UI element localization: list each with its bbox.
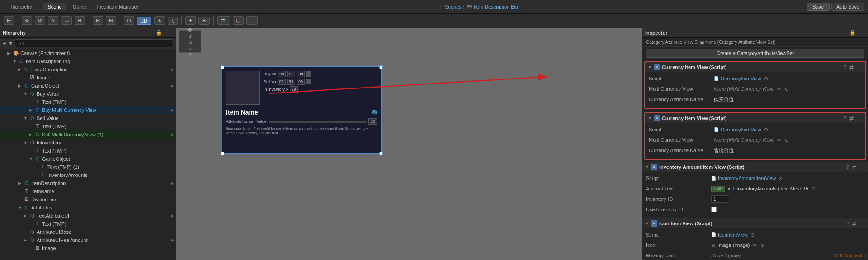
use-inventory-checkbox[interactable]	[711, 207, 717, 212]
component-more-btn-2[interactable]: ⋮	[856, 116, 863, 121]
move-btn[interactable]: ✥	[22, 16, 32, 25]
tree-item-divider-line[interactable]: 🖼 DividerLine	[0, 195, 176, 204]
tree-item-item-description[interactable]: ▶ ⬡ ItemDescription ▶	[0, 179, 176, 187]
component-settings-btn-2[interactable]: ⇄	[849, 116, 854, 121]
tree-item-gameobj-2[interactable]: ▼ ⬡ GameObject	[0, 155, 176, 163]
search-input[interactable]	[15, 39, 173, 47]
multi-settings-btn-2[interactable]: ⊙	[784, 137, 790, 143]
component-header-4[interactable]: ▼ ≡ Icon Item View (Script) ? ⇄ ⋮	[642, 218, 868, 228]
camera-btn[interactable]: 📷	[217, 16, 230, 25]
main-layout: Hierarchy 🔒 ⋮ + ▼ ▶ 🎨 Canvas (Environmen…	[0, 28, 868, 260]
component-header-3[interactable]: ▼ ≡ Inventory Amount Item View (Script) …	[642, 162, 868, 172]
script-link-3[interactable]: InventoryAmountItemView	[718, 176, 776, 181]
hierarchy-lock-btn[interactable]: 🔒	[155, 30, 164, 36]
item-link[interactable]: Item Description Big	[474, 4, 518, 9]
top-menu-icon[interactable]: ⋮	[431, 4, 436, 9]
2d-btn[interactable]: 2D	[137, 17, 151, 25]
inventory-id-input[interactable]	[711, 195, 729, 203]
tree-item-canvas[interactable]: ▶ 🎨 Canvas (Environment)	[0, 49, 176, 57]
inspector-lock-btn[interactable]: 🔒	[849, 30, 857, 36]
add-icon[interactable]: +	[3, 40, 6, 47]
tree-item-sell-value[interactable]: ▼ ⬡ Sell Value	[0, 114, 176, 122]
component-settings-btn-4[interactable]: ⇄	[851, 221, 857, 227]
tree-item-buy-value[interactable]: ▼ ⬡ Buy Value	[0, 90, 176, 98]
hidden-btn[interactable]: 👁	[198, 17, 210, 25]
component-more-btn-1[interactable]: ⋮	[856, 65, 863, 70]
component-more-btn-4[interactable]: ⋮	[859, 221, 865, 227]
component-settings-btn-3[interactable]: ⇄	[851, 164, 857, 170]
more-btn[interactable]: ⋯	[246, 16, 258, 25]
multi-edit-btn-2[interactable]: ✏	[776, 137, 782, 143]
tree-item-image-1[interactable]: 🖼 Image	[0, 74, 176, 82]
component-help-btn-3[interactable]: ?	[845, 164, 850, 170]
component-header-2[interactable]: ▼ ≡ Currency Item View (Script) ? ⇄ ⋮	[645, 113, 865, 123]
center-btn[interactable]: ⊙	[124, 16, 134, 25]
tree-item-buy-multi-currency[interactable]: ▶ ⬡ Buy Multi Currency View ▶	[0, 106, 176, 114]
icon-settings-btn[interactable]: ⊙	[760, 242, 765, 248]
multi-edit-btn-1[interactable]: ✏	[776, 86, 782, 92]
selection-handle-tl[interactable]	[221, 65, 224, 69]
component-icon-item-view: ▼ ≡ Icon Item View (Script) ? ⇄ ⋮ Script…	[642, 218, 868, 260]
tree-item-sell-multi-currency[interactable]: ▶ ⬡ Sell Multi Currency View (1) ▶	[0, 130, 176, 139]
script-link-4[interactable]: IconItemView	[718, 232, 748, 237]
tree-item-image-2[interactable]: 🖼 Image	[0, 244, 176, 252]
selection-handle-tr[interactable]	[379, 65, 383, 69]
tree-item-attr-heal-amount[interactable]: ▶ ⬡ AttributeUIHealAmount ▶	[0, 236, 176, 244]
scenes-link[interactable]: Scenes	[445, 4, 462, 9]
hierarchy-header: Hierarchy 🔒 ⋮	[0, 28, 176, 38]
light-btn[interactable]: ☀	[154, 16, 165, 25]
transform-btn[interactable]: ⊕	[75, 16, 85, 25]
multi-none-1: None (Multi Currency View)	[714, 86, 774, 92]
tree-item-text-tmp-5[interactable]: T Text (TMP)	[0, 220, 176, 228]
hierarchy-tab[interactable]: ≡ Hierarchy	[4, 4, 35, 9]
snap-btn[interactable]: ⊟	[93, 16, 103, 25]
component-help-btn-2[interactable]: ?	[843, 116, 847, 121]
tree-item-attr-ui-base[interactable]: ⬡ AttributeUIBase	[0, 228, 176, 236]
game-tab[interactable]: Game	[68, 3, 91, 10]
selection-handle-br[interactable]	[379, 152, 383, 155]
script-settings-2[interactable]: ⊙	[763, 127, 769, 133]
script-settings-1[interactable]: ⊙	[763, 76, 769, 82]
tree-item-attributes[interactable]: ▼ ⬡ Attributes	[0, 204, 176, 212]
component-settings-btn-1[interactable]: ⇄	[849, 65, 854, 70]
script-settings-4[interactable]: ⊙	[750, 232, 755, 238]
script-link-2[interactable]: CurrencyItemView	[721, 127, 761, 132]
selection-handle-bl[interactable]	[221, 152, 224, 155]
script-settings-3[interactable]: ⊙	[778, 176, 783, 181]
inspector-menu-btn[interactable]: ⋮	[859, 30, 865, 36]
tree-item-text-tmp-1[interactable]: T Text (TMP)	[0, 98, 176, 106]
multi-settings-btn-1[interactable]: ⊙	[784, 86, 790, 92]
component-help-btn-4[interactable]: ?	[845, 221, 850, 227]
tree-item-text-tmp-2[interactable]: T Text (TMP)	[0, 122, 176, 130]
save-button[interactable]: Save	[807, 3, 830, 11]
rect-btn[interactable]: ▭	[61, 16, 72, 25]
icon-edit-btn[interactable]: ✏	[752, 242, 758, 248]
scene-tab[interactable]: Scene	[43, 3, 66, 10]
tree-item-in-inventory[interactable]: ▼ ⬡ InInventory	[0, 139, 176, 147]
rotate-btn[interactable]: ↺	[35, 16, 45, 25]
autosave-button[interactable]: Auto Save	[831, 3, 864, 11]
grid-btn[interactable]: ⊞	[106, 16, 116, 25]
tree-item-item-name[interactable]: T ItemName	[0, 187, 176, 195]
component-header-1[interactable]: ▼ ≡ Currency Item View (Script) ? ⇄ ⋮	[645, 62, 865, 72]
audio-btn[interactable]: ♫	[168, 17, 178, 25]
create-category-btn[interactable]: Create a CategoryAttributeViewSet	[646, 49, 864, 58]
component-help-btn-1[interactable]: ?	[843, 65, 847, 70]
tree-item-item-desc-big[interactable]: ▼ ⬡ Item Description Big	[0, 57, 176, 65]
script-link-1[interactable]: CurrencyItemView	[721, 76, 761, 81]
inventory-manager-tab[interactable]: Inventory Manager	[93, 3, 143, 10]
hierarchy-menu-btn[interactable]: ⋮	[165, 30, 173, 36]
gizmo-btn[interactable]: ⬡	[233, 16, 244, 25]
layout-btn[interactable]: ⊞	[4, 16, 14, 25]
tree-item-text-attr-ui[interactable]: ▶ ⬡ TextAttributeUI ▶	[0, 212, 176, 220]
effects-btn[interactable]: ✦	[185, 16, 196, 25]
scale-btn[interactable]: ⇲	[48, 16, 58, 25]
tree-item-inventory-amounts[interactable]: T InventoryAmounts	[0, 171, 176, 179]
amount-text-settings[interactable]: ⊙	[811, 186, 816, 192]
tree-item-text-tmp-3[interactable]: T Text (TMP)	[0, 147, 176, 155]
tree-item-extra-desc[interactable]: ▶ ⬡ ExtraDescription ▶	[0, 65, 176, 74]
tree-item-gameobj-1[interactable]: ▶ ⬡ GameObject ▶	[0, 82, 176, 90]
scene-canvas[interactable]: ✥ ↺ ⇲ ▭ ⊕	[176, 28, 642, 260]
component-more-btn-3[interactable]: ⋮	[859, 164, 865, 170]
tree-item-text-tmp-4[interactable]: T Text (TMP) (1)	[0, 163, 176, 171]
